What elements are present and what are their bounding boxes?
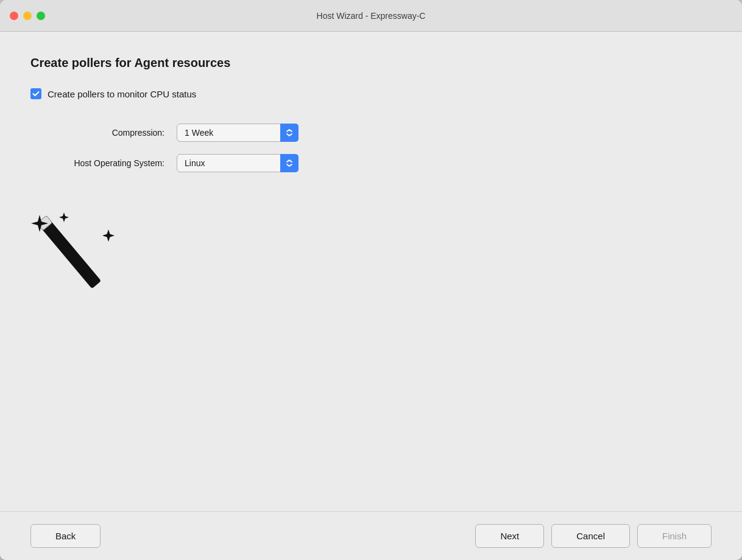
svg-marker-4: [102, 229, 115, 242]
svg-marker-3: [59, 212, 69, 222]
svg-rect-0: [41, 220, 101, 289]
minimize-button[interactable]: [23, 12, 32, 20]
titlebar: Host Wizard - Expressway-C: [0, 0, 742, 32]
compression-select-wrapper: 1 Week 1 Day 1 Month 1 Year: [177, 124, 299, 142]
close-button[interactable]: [10, 12, 18, 20]
cancel-button[interactable]: Cancel: [551, 524, 630, 548]
compression-row: Compression: 1 Week 1 Day 1 Month 1 Year: [43, 124, 712, 142]
os-select-wrapper: Linux Windows macOS Solaris: [177, 154, 299, 172]
wizard-icon: [18, 202, 128, 314]
window-title: Host Wizard - Expressway-C: [317, 11, 426, 21]
os-select[interactable]: Linux Windows macOS Solaris: [177, 154, 299, 172]
main-content: Create pollers for Agent resources Creat…: [0, 32, 742, 511]
os-row: Host Operating System: Linux Windows mac…: [43, 154, 712, 172]
finish-button[interactable]: Finish: [637, 524, 712, 548]
compression-select[interactable]: 1 Week 1 Day 1 Month 1 Year: [177, 124, 299, 142]
maximize-button[interactable]: [37, 12, 45, 20]
next-button[interactable]: Next: [475, 524, 544, 548]
footer: Back Next Cancel Finish: [0, 511, 742, 560]
back-button[interactable]: Back: [30, 524, 101, 548]
window-controls: [10, 12, 45, 20]
checkmark-icon: [32, 90, 40, 97]
form-section: Compression: 1 Week 1 Day 1 Month 1 Year: [43, 124, 712, 172]
magic-wand-illustration: [18, 202, 128, 312]
footer-right: Next Cancel Finish: [475, 524, 712, 548]
os-label: Host Operating System:: [43, 158, 164, 168]
checkbox-row: Create pollers to monitor CPU status: [30, 88, 712, 99]
footer-left: Back: [30, 524, 101, 548]
window: Host Wizard - Expressway-C Create poller…: [0, 0, 742, 560]
compression-label: Compression:: [43, 128, 164, 138]
cpu-monitor-label: Create pollers to monitor CPU status: [48, 89, 196, 99]
cpu-monitor-checkbox[interactable]: [30, 88, 41, 99]
page-title: Create pollers for Agent resources: [30, 56, 712, 70]
